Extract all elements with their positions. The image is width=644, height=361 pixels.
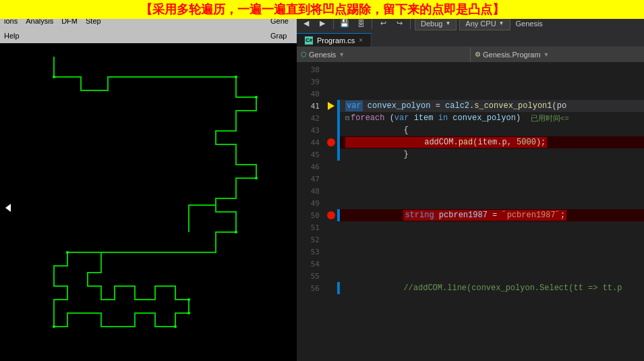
ln-42: 42 bbox=[297, 112, 320, 124]
svg-point-7 bbox=[174, 325, 177, 328]
fold-42[interactable]: ⊟ bbox=[345, 114, 349, 122]
line-numbers-gutter: 38 39 40 41 42 43 44 45 46 47 48 49 50 5… bbox=[297, 62, 325, 361]
tab-cs-icon: C# bbox=[305, 36, 313, 45]
ide-tab-bar: C# Program.cs × bbox=[297, 32, 644, 47]
token-var-41: var bbox=[345, 101, 363, 111]
toolbar-sep-2 bbox=[372, 18, 372, 29]
code-line-43: { bbox=[340, 124, 644, 136]
token-addcom-44: addCOM.pad(item.p, 5000); bbox=[345, 137, 547, 148]
nav-class-arrow: ▼ bbox=[339, 51, 345, 58]
bp-50[interactable] bbox=[325, 209, 337, 221]
code-line-46 bbox=[340, 161, 644, 173]
toolbar-sep-3 bbox=[410, 18, 411, 29]
bp-39[interactable] bbox=[325, 76, 337, 88]
token-calc-41: calc2 bbox=[445, 101, 469, 111]
annotation-banner: 【采用多轮遍历，一遍一遍直到将凹点踢除，留下来的点即是凸点】 bbox=[0, 0, 644, 19]
nav-member-dropdown[interactable]: ⚙ Genesis.Program ▼ bbox=[471, 47, 644, 62]
nav-member-arrow: ▼ bbox=[544, 51, 550, 58]
bp-54[interactable] bbox=[325, 258, 337, 270]
ln-52: 52 bbox=[297, 233, 320, 246]
ln-53: 53 bbox=[297, 246, 320, 258]
bp-49[interactable] bbox=[325, 197, 337, 209]
tab-close-btn[interactable]: × bbox=[359, 36, 363, 44]
cad-svg-canvas bbox=[0, 43, 297, 361]
token-item-42: item bbox=[414, 113, 434, 123]
token-timecomment-42: 已用时间<= bbox=[531, 113, 569, 123]
toolbar-genesis-label: Genesis bbox=[513, 20, 546, 28]
code-line-50: string pcbren1987 = ˝pcbren1987˝; bbox=[340, 209, 644, 221]
debug-dropdown-arrow: ▼ bbox=[445, 20, 450, 26]
bp-52[interactable] bbox=[325, 233, 337, 246]
nav-class-label: Genesis bbox=[309, 51, 336, 59]
bp-40[interactable] bbox=[325, 88, 337, 100]
code-line-40 bbox=[340, 88, 644, 100]
svg-marker-10 bbox=[5, 204, 11, 212]
token-foreach-42: foreach bbox=[351, 113, 384, 123]
nav-class-icon: ⬡ bbox=[301, 51, 307, 58]
ln-41: 41 bbox=[297, 100, 320, 112]
svg-point-2 bbox=[255, 96, 258, 99]
code-line-51 bbox=[340, 221, 644, 233]
ln-44: 44 bbox=[297, 136, 320, 148]
token-method-41: s_convex_polyon1 bbox=[474, 101, 552, 111]
bp-55[interactable] bbox=[325, 270, 337, 282]
code-line-45: } bbox=[340, 148, 644, 161]
code-line-38 bbox=[340, 63, 644, 76]
bp-42[interactable] bbox=[325, 112, 337, 124]
code-line-52 bbox=[340, 233, 644, 246]
ln-50: 50 bbox=[297, 209, 320, 221]
nav-class-dropdown[interactable]: ⬡ Genesis ▼ bbox=[297, 47, 471, 62]
svg-point-4 bbox=[235, 231, 237, 233]
code-line-56: //addCOM.line(convex_polyon.Select(tt =>… bbox=[340, 282, 644, 294]
svg-point-6 bbox=[53, 325, 55, 328]
ide-code-area: 38 39 40 41 42 43 44 45 46 47 48 49 50 5… bbox=[297, 62, 644, 361]
bp-48[interactable] bbox=[325, 185, 337, 197]
bp-47[interactable] bbox=[325, 173, 337, 185]
bp-41[interactable] bbox=[325, 100, 337, 112]
svg-point-3 bbox=[255, 177, 258, 179]
ide-panel: 文件(F) 编辑(E) 视图(V) 项目(P) 生成(B) 调试(D) 团队(M… bbox=[297, 0, 644, 361]
code-line-41: var convex_polyon = calc2.s_convex_polyo… bbox=[340, 100, 644, 112]
ln-49: 49 bbox=[297, 197, 320, 209]
code-line-53 bbox=[340, 246, 644, 258]
bp-51[interactable] bbox=[325, 221, 337, 233]
svg-point-9 bbox=[187, 298, 190, 301]
ln-38: 38 bbox=[297, 63, 320, 76]
breakpoint-gutter bbox=[325, 62, 337, 361]
ln-55: 55 bbox=[297, 270, 320, 282]
toolbar-sep-1 bbox=[333, 18, 334, 29]
ln-46: 46 bbox=[297, 161, 320, 173]
tab-filename: Program.cs bbox=[317, 36, 355, 45]
svg-point-0 bbox=[53, 76, 55, 78]
ln-47: 47 bbox=[297, 173, 320, 185]
code-text-area: var convex_polyon = calc2.s_convex_polyo… bbox=[340, 62, 644, 361]
token-in-42: in bbox=[438, 113, 448, 123]
bp-45[interactable] bbox=[325, 148, 337, 161]
ln-45: 45 bbox=[297, 148, 320, 161]
breakpoint-44 bbox=[327, 138, 335, 146]
bp-53[interactable] bbox=[325, 246, 337, 258]
token-space-41 bbox=[363, 101, 368, 111]
ln-43: 43 bbox=[297, 124, 320, 136]
cad-panel: ions Analysis DFM Step ≡F Frontline Gene… bbox=[0, 0, 297, 361]
tab-program-cs[interactable]: C# Program.cs × bbox=[297, 33, 372, 47]
ide-nav-bar: ⬡ Genesis ▼ ⚙ Genesis.Program ▼ bbox=[297, 47, 644, 62]
cad-menu-bar-2: Help Grap bbox=[0, 28, 297, 43]
bp-38[interactable] bbox=[325, 63, 337, 76]
code-line-47 bbox=[340, 173, 644, 185]
menu-help[interactable]: Help bbox=[0, 32, 24, 40]
menu-grap[interactable]: Grap bbox=[266, 32, 291, 40]
bp-44[interactable] bbox=[325, 136, 337, 148]
ln-39: 39 bbox=[297, 76, 320, 88]
bp-43[interactable] bbox=[325, 124, 337, 136]
code-line-54 bbox=[340, 258, 644, 270]
token-var-42: var bbox=[394, 113, 409, 123]
svg-point-1 bbox=[235, 76, 237, 78]
token-convex-42: convex_polyon bbox=[452, 113, 516, 123]
code-line-55 bbox=[340, 270, 644, 282]
nav-member-label: Genesis.Program bbox=[483, 51, 541, 59]
ln-40: 40 bbox=[297, 88, 320, 100]
bp-46[interactable] bbox=[325, 161, 337, 173]
bp-56[interactable] bbox=[325, 282, 337, 294]
code-line-48 bbox=[340, 185, 644, 197]
